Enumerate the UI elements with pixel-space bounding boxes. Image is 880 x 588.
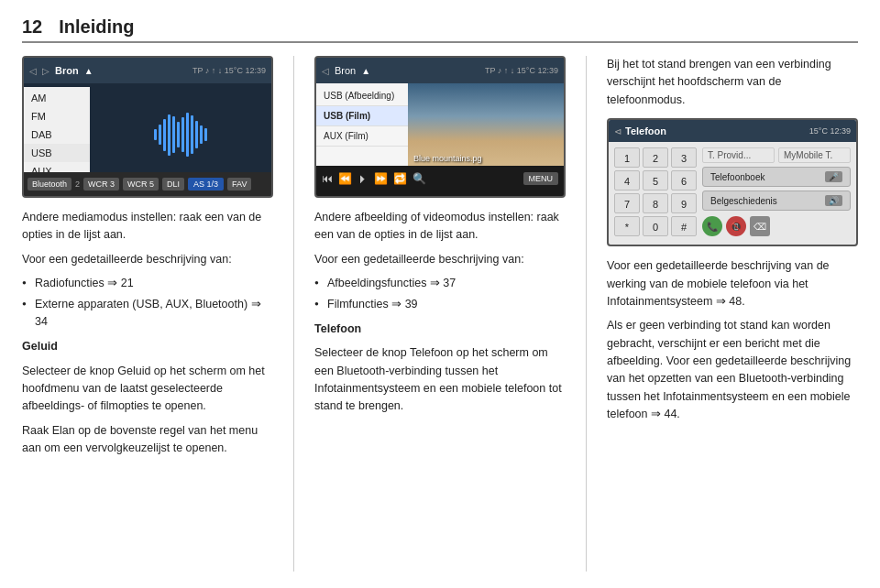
screen3-topbar: ⊲ Telefoon 15°C 12:39 bbox=[609, 120, 856, 142]
call-button[interactable]: 📞 bbox=[702, 216, 722, 236]
btn-wcr3[interactable]: WCR 3 bbox=[83, 178, 119, 191]
col3-intro: Bij het tot stand brengen van een verbin… bbox=[607, 56, 858, 109]
screen2-item-usb-img[interactable]: USB (Afbeelding) bbox=[316, 86, 408, 106]
screen-telefoon: ⊲ Telefoon 15°C 12:39 1 2 3 4 5 6 7 bbox=[607, 118, 858, 246]
menu-item-am[interactable]: AM bbox=[24, 89, 90, 107]
end-call-button[interactable]: 📵 bbox=[726, 216, 746, 236]
provider-row: T. Provid... MyMobile T. bbox=[702, 147, 851, 163]
screen2-status-text: TP ♪ ↑ ↓ 15°C 12:39 bbox=[485, 66, 558, 75]
screen1-menu: AM FM DAB USB AUX bbox=[24, 87, 90, 182]
wave-bar bbox=[204, 128, 207, 141]
wave-bar bbox=[191, 115, 193, 154]
column-2: ◁ Bron ▲ TP ♪ ↑ ↓ 15°C 12:39 USB (Afbeel… bbox=[314, 56, 566, 572]
numpad-hash[interactable]: # bbox=[671, 216, 697, 236]
numpad-9[interactable]: 9 bbox=[671, 193, 697, 213]
screen3-status-text: 15°C 12:39 bbox=[809, 126, 851, 136]
screen1-num: 2 bbox=[75, 180, 80, 189]
btn-fav[interactable]: FAV bbox=[227, 178, 251, 191]
page: 12 Inleiding ◁ ▷ Bron ▲ TP ♪ ↑ ↓ 15°C 12… bbox=[0, 0, 880, 588]
prev-icon[interactable]: ⏮ bbox=[322, 172, 333, 185]
provider-2[interactable]: MyMobile T. bbox=[778, 147, 851, 163]
telefoonboek-icon: 🎤 bbox=[825, 171, 842, 182]
screen1-wave bbox=[90, 87, 271, 182]
btn-bluetooth[interactable]: Bluetooth bbox=[28, 178, 72, 191]
screen2-image-area: Blue mountains.pg bbox=[408, 83, 564, 166]
col1-bullet-2: Externe apparaten (USB, AUX, Bluetooth) … bbox=[22, 296, 273, 332]
telefoonboek-btn[interactable]: Telefoonboek 🎤 bbox=[702, 167, 851, 187]
wave-bar bbox=[154, 129, 157, 140]
col3-para2: Als er geen verbinding tot stand kan wor… bbox=[607, 317, 858, 423]
col1-section1-text: Selecteer de knop Geluid op het scherm o… bbox=[22, 363, 273, 416]
screen3-title: Telefoon bbox=[625, 125, 666, 136]
col3-text: Voor een gedetailleerde beschrijving van… bbox=[607, 257, 858, 430]
wave-bar bbox=[182, 117, 184, 152]
screen3-body: 1 2 3 4 5 6 7 8 9 * 0 # bbox=[609, 142, 856, 242]
screen2-list: USB (Afbeelding) USB (Film) AUX (Film) bbox=[316, 83, 408, 166]
col1-section2-text: Raak Elan op de bovenste regel van het m… bbox=[22, 422, 273, 458]
wave-bar bbox=[177, 122, 180, 147]
screen2-image-name: Blue mountains.pg bbox=[413, 154, 482, 163]
zoom-icon[interactable]: 🔍 bbox=[412, 172, 426, 185]
menu-item-usb[interactable]: USB bbox=[24, 144, 90, 162]
btn-as13[interactable]: AS 1/3 bbox=[188, 178, 224, 191]
menu-btn[interactable]: MENU bbox=[523, 172, 559, 185]
numpad-5[interactable]: 5 bbox=[643, 170, 668, 191]
repeat-icon[interactable]: 🔁 bbox=[393, 172, 407, 185]
wave-bar bbox=[200, 125, 203, 144]
screen1-bottom-bar: Bluetooth 2 WCR 3 WCR 5 DLI AS 1/3 FAV bbox=[24, 172, 271, 196]
page-header: 12 Inleiding bbox=[22, 16, 858, 43]
screen2-item-aux-film[interactable]: AUX (Film) bbox=[316, 126, 408, 147]
telefoonboek-label: Telefoonboek bbox=[710, 172, 765, 182]
wave-bar bbox=[159, 125, 161, 145]
wave-bars bbox=[154, 112, 207, 158]
menu-item-fm[interactable]: FM bbox=[24, 107, 90, 125]
btn-dli[interactable]: DLI bbox=[162, 178, 184, 191]
col1-bullet-1: Radiofuncties ⇒ 21 bbox=[22, 275, 273, 292]
screen3-right: T. Provid... MyMobile T. Telefoonboek 🎤 … bbox=[702, 147, 851, 236]
page-number: 12 bbox=[22, 16, 42, 38]
rew-icon[interactable]: ⏪ bbox=[338, 172, 352, 185]
numpad-7[interactable]: 7 bbox=[614, 193, 640, 213]
belgeschiedenis-btn[interactable]: Belgeschiedenis 🔊 bbox=[702, 191, 851, 211]
screen-radio: ◁ ▷ Bron ▲ TP ♪ ↑ ↓ 15°C 12:39 AM FM DAB… bbox=[22, 56, 273, 198]
backspace-button[interactable]: ⌫ bbox=[750, 216, 770, 236]
page-title: Inleiding bbox=[59, 16, 134, 38]
numpad-6[interactable]: 6 bbox=[671, 170, 697, 191]
wave-bar bbox=[195, 121, 198, 148]
col1-section1-title: Geluid bbox=[22, 338, 273, 355]
fwd-icon[interactable]: ⏩ bbox=[374, 172, 388, 185]
numpad-4[interactable]: 4 bbox=[614, 170, 640, 191]
btn-wcr5[interactable]: WCR 5 bbox=[123, 178, 159, 191]
col2-bullet-1: Afbeeldingsfuncties ⇒ 37 bbox=[314, 275, 566, 292]
numpad-8[interactable]: 8 bbox=[643, 193, 668, 213]
belgeschiedenis-icon: 🔊 bbox=[825, 195, 842, 206]
col3-para1: Voor een gedetailleerde beschrijving van… bbox=[607, 257, 858, 310]
screen2-topbar: ◁ Bron ▲ TP ♪ ↑ ↓ 15°C 12:39 bbox=[316, 58, 564, 83]
divider-1 bbox=[293, 56, 294, 572]
belgeschiedenis-label: Belgeschiedenis bbox=[710, 196, 777, 206]
col2-text: Andere afbeelding of videomodus instelle… bbox=[314, 209, 566, 422]
numpad-1[interactable]: 1 bbox=[614, 147, 640, 168]
screen1-status: TP ♪ ↑ ↓ 15°C 12:39 bbox=[192, 66, 266, 75]
numpad-2[interactable]: 2 bbox=[643, 147, 668, 168]
wave-bar bbox=[186, 113, 189, 157]
play-icon[interactable]: ⏵ bbox=[358, 172, 368, 185]
screen1-source-arrow: ▲ bbox=[84, 66, 94, 76]
wave-bar bbox=[172, 116, 175, 153]
col2-bullet-list: Afbeeldingsfuncties ⇒ 37 Filmfuncties ⇒ … bbox=[314, 275, 566, 313]
col2-section-title: Telefoon bbox=[314, 321, 566, 338]
screen3-status: 15°C 12:39 bbox=[809, 126, 851, 136]
screen2-status: TP ♪ ↑ ↓ 15°C 12:39 bbox=[485, 66, 558, 75]
numpad-star[interactable]: * bbox=[614, 216, 640, 236]
numpad-3[interactable]: 3 bbox=[671, 147, 697, 168]
back-arrow-icon: ◁ bbox=[29, 66, 37, 76]
menu-item-dab[interactable]: DAB bbox=[24, 125, 90, 144]
screen2-item-usb-film[interactable]: USB (Film) bbox=[316, 106, 408, 126]
numpad: 1 2 3 4 5 6 7 8 9 * 0 # bbox=[614, 147, 697, 236]
column-1: ◁ ▷ Bron ▲ TP ♪ ↑ ↓ 15°C 12:39 AM FM DAB… bbox=[22, 56, 273, 572]
provider-1[interactable]: T. Provid... bbox=[702, 147, 775, 163]
numpad-0[interactable]: 0 bbox=[643, 216, 668, 236]
col2-para2: Voor een gedetailleerde beschrijving van… bbox=[314, 251, 566, 268]
screen-usb: ◁ Bron ▲ TP ♪ ↑ ↓ 15°C 12:39 USB (Afbeel… bbox=[314, 56, 566, 198]
col1-text: Andere mediamodus instellen: raak een va… bbox=[22, 209, 273, 464]
